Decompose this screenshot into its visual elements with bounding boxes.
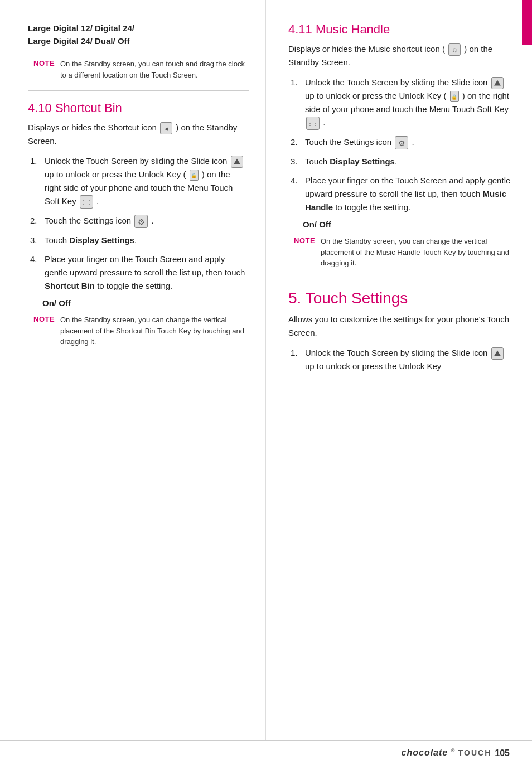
- step-content-4: Place your finger on the Touch Screen an…: [45, 253, 249, 293]
- step-411-2: 2. Touch the Settings icon ⚙ .: [288, 135, 515, 149]
- shortcut-bin-bold: Shortcut Bin: [45, 281, 95, 290]
- footer-brand: chocolate ® TOUCH: [402, 748, 492, 758]
- step-5-1: 1. Unlock the Touch Screen by sliding th…: [288, 346, 515, 373]
- note-block-411: NOTE On the Standby screen, you can chan…: [288, 236, 515, 269]
- menu-soft-key-2: ⋮⋮: [306, 117, 320, 130]
- step-num-4: 4.: [30, 253, 42, 293]
- top-header-line2: Large Digital 24/ Dual/ Off: [28, 35, 249, 48]
- right-column: 4.11 Music Handle Displays or hides the …: [266, 0, 532, 765]
- brand-name: chocolate: [402, 748, 448, 758]
- section-410-heading: 4.10 Shortcut Bin: [28, 101, 249, 115]
- step-5-content-1: Unlock the Touch Screen by sliding the S…: [305, 346, 515, 373]
- step-content-3: Touch Display Settings.: [45, 234, 249, 247]
- step-411-content-3: Touch Display Settings.: [305, 155, 515, 168]
- shortcut-bin-icon: ◀: [160, 122, 172, 134]
- top-header-line1: Large Digital 12/ Digital 24/: [28, 22, 249, 35]
- step-411-num-4: 4.: [291, 174, 303, 214]
- display-settings-bold-1: Display Settings: [69, 235, 134, 245]
- unlock-key-icon-1: 🔒: [190, 170, 199, 181]
- steps-list-411: 1. Unlock the Touch Screen by sliding th…: [288, 76, 515, 214]
- step-411-3: 3. Touch Display Settings.: [288, 155, 515, 168]
- step-num-2: 2.: [30, 214, 42, 228]
- step-5-num-1: 1.: [291, 346, 303, 373]
- note-block-2: NOTE On the Standby screen, you can chan…: [28, 314, 249, 347]
- slide-icon-1: [231, 156, 243, 168]
- section-411-desc: Displays or hides the Music shortcut ico…: [288, 42, 515, 69]
- on-off-411: On/ Off: [303, 220, 515, 229]
- music-desc-before: Displays or hides the Music shortcut ico…: [288, 44, 445, 54]
- step-411-content-4: Place your finger on the Touch Screen an…: [305, 174, 515, 214]
- step-411-num-3: 3.: [291, 155, 303, 168]
- settings-icon-1: ⚙: [134, 215, 148, 228]
- divider-2: [288, 279, 515, 279]
- section-5-desc: Allows you to customize the settings for…: [288, 313, 515, 340]
- section-5-heading: 5. Touch Settings: [288, 289, 515, 307]
- note-label-411: NOTE: [294, 236, 316, 269]
- settings-icon-2: ⚙: [395, 136, 408, 149]
- pink-tab: [522, 0, 532, 45]
- step-411-4: 4. Place your finger on the Touch Screen…: [288, 174, 515, 214]
- steps-list-410: 1. Unlock the Touch Screen by sliding th…: [28, 154, 249, 293]
- music-icon: ♫: [448, 43, 461, 56]
- section-411-heading: 4.11 Music Handle: [288, 22, 515, 37]
- step-411-num-2: 2.: [291, 135, 303, 149]
- top-header: Large Digital 12/ Digital 24/ Large Digi…: [28, 22, 249, 47]
- note-label-1: NOTE: [33, 59, 56, 80]
- note-text-2: On the Standby screen, you can change th…: [60, 314, 249, 347]
- step-num-1: 1.: [30, 154, 42, 209]
- divider-1: [28, 90, 249, 91]
- step-410-4: 4. Place your finger on the Touch Screen…: [28, 253, 249, 293]
- step-411-num-1: 1.: [291, 76, 303, 130]
- display-settings-bold-2: Display Settings: [330, 157, 395, 166]
- page-container: Large Digital 12/ Digital 24/ Large Digi…: [0, 0, 532, 765]
- on-off-410: On/ Off: [42, 298, 249, 308]
- touch-text: TOUCH: [458, 749, 492, 758]
- note-label-2: NOTE: [33, 314, 56, 347]
- music-handle-bold: Music Handle: [305, 189, 506, 212]
- section-410-desc: Displays or hides the Shortcut icon ◀ ) …: [28, 121, 249, 148]
- slide-icon-2: [491, 77, 504, 89]
- page-number: 105: [495, 748, 510, 758]
- note-text-1: On the Standby screen, you can touch and…: [60, 59, 249, 80]
- left-column: Large Digital 12/ Digital 24/ Large Digi…: [0, 0, 266, 765]
- step-411-1: 1. Unlock the Touch Screen by sliding th…: [288, 76, 515, 130]
- note-text-411: On the Standby screen, you can change th…: [321, 236, 515, 269]
- step-410-2: 2. Touch the Settings icon ⚙ .: [28, 214, 249, 228]
- step-411-content-2: Touch the Settings icon ⚙ .: [305, 135, 515, 149]
- menu-soft-key-1: ⋮⋮: [80, 195, 93, 209]
- footer: chocolate ® TOUCH 105: [0, 740, 532, 765]
- unlock-key-icon-2: 🔒: [450, 91, 459, 102]
- step-410-1: 1. Unlock the Touch Screen by sliding th…: [28, 154, 249, 209]
- step-content-1: Unlock the Touch Screen by sliding the S…: [45, 154, 249, 209]
- desc-text-before: Displays or hides the Shortcut icon: [28, 123, 157, 132]
- step-411-content-1: Unlock the Touch Screen by sliding the S…: [305, 76, 515, 130]
- steps-list-5: 1. Unlock the Touch Screen by sliding th…: [288, 346, 515, 373]
- step-content-2: Touch the Settings icon ⚙ .: [45, 214, 249, 228]
- step-410-3: 3. Touch Display Settings.: [28, 234, 249, 247]
- step-num-3: 3.: [30, 234, 42, 247]
- slide-icon-3: [491, 347, 504, 360]
- note-block-1: NOTE On the Standby screen, you can touc…: [28, 59, 249, 80]
- shortcut-icon: ◀: [159, 123, 176, 132]
